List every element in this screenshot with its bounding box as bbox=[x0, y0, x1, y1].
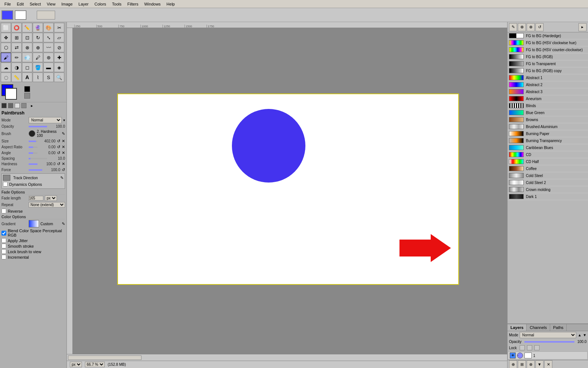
size-link-icon[interactable]: ✕ bbox=[62, 139, 65, 144]
force-reset[interactable]: ↺ bbox=[62, 167, 65, 172]
hardness-link[interactable]: ✕ bbox=[62, 162, 65, 166]
layer-anchor-btn[interactable]: ⊗ bbox=[527, 360, 535, 368]
tool-handle[interactable]: ⊘ bbox=[54, 43, 64, 52]
layer-merge-btn[interactable]: ▼ bbox=[535, 360, 544, 368]
force-slider[interactable] bbox=[29, 169, 42, 171]
fade-length-input[interactable] bbox=[29, 196, 43, 201]
tool-warp[interactable]: 〰 bbox=[43, 43, 54, 52]
gradient-list-item-12[interactable]: Browns bbox=[508, 116, 588, 123]
smooth-stroke-checkbox[interactable] bbox=[1, 244, 6, 248]
gradient-list-item-9[interactable]: Aneurism bbox=[508, 95, 588, 102]
lock-btn-1[interactable] bbox=[520, 345, 525, 350]
layer-delete-btn[interactable]: ✕ bbox=[544, 360, 552, 368]
menu-filters[interactable]: Filters bbox=[125, 1, 141, 7]
tool-rectangle-select[interactable]: ⬜ bbox=[1, 23, 11, 32]
tool-measure[interactable]: 📏 bbox=[11, 72, 22, 82]
layer-add-btn[interactable]: ⊕ bbox=[509, 360, 517, 368]
menu-help[interactable]: Help bbox=[164, 1, 178, 7]
tool-blend[interactable]: ◈ bbox=[54, 63, 64, 72]
apply-jitter-checkbox[interactable] bbox=[1, 238, 6, 243]
panel-btn-3[interactable]: ⊗ bbox=[527, 23, 535, 31]
menu-select[interactable]: Select bbox=[27, 1, 44, 7]
size-reset-icon[interactable]: ↺ bbox=[57, 139, 60, 144]
tool-select-by-color[interactable]: 🎨 bbox=[43, 23, 54, 32]
tool-script[interactable]: S bbox=[43, 72, 54, 82]
gradient-list-item-23[interactable]: Dark 1 bbox=[508, 193, 588, 200]
layer-visibility-icon[interactable]: 👁 bbox=[510, 353, 516, 358]
dynamics-options-checkbox[interactable] bbox=[3, 182, 8, 187]
gradient-list-item-13[interactable]: Brushed Aluminium bbox=[508, 123, 588, 130]
gradient-list-item-19[interactable]: Coffee bbox=[508, 165, 588, 172]
foreground-color-preview[interactable] bbox=[1, 10, 13, 20]
gradient-list-item-6[interactable]: Abstract 1 bbox=[508, 74, 588, 81]
gradient-list-item-16[interactable]: Caribbean Blues bbox=[508, 144, 588, 151]
background-color-preview[interactable] bbox=[15, 10, 26, 20]
layers-mode-up[interactable]: ▲ bbox=[578, 333, 581, 337]
gradient-list-item-21[interactable]: Cold Steel 2 bbox=[508, 179, 588, 186]
brush-edit-icon[interactable]: ✎ bbox=[62, 131, 65, 136]
tab-layers[interactable]: Layers bbox=[508, 324, 527, 331]
gray-swatch[interactable] bbox=[24, 93, 30, 99]
tool-unified[interactable]: ⊕ bbox=[33, 43, 43, 52]
menu-image[interactable]: Image bbox=[58, 1, 76, 7]
aspect-reset[interactable]: ↺ bbox=[57, 145, 60, 149]
hardness-reset[interactable]: ↺ bbox=[57, 162, 60, 166]
tab-paths[interactable]: Paths bbox=[550, 324, 567, 331]
layer-duplicate-btn[interactable]: ⊞ bbox=[518, 360, 526, 368]
tool-flip[interactable]: ⇄ bbox=[11, 43, 22, 52]
tool-fuzzy-select[interactable]: 🔮 bbox=[33, 23, 43, 32]
mode-select[interactable]: Normal bbox=[29, 117, 62, 123]
gradient-list-item-11[interactable]: Blue Green bbox=[508, 109, 588, 116]
lock-btn-2[interactable] bbox=[527, 345, 532, 350]
tool-bucket[interactable]: 🪣 bbox=[33, 63, 43, 72]
tool-move[interactable]: ✥ bbox=[1, 33, 11, 42]
tool-gradient[interactable]: ▬ bbox=[43, 63, 54, 72]
opacity-slider[interactable] bbox=[29, 126, 47, 127]
tool-clone[interactable]: ⊛ bbox=[43, 53, 54, 62]
layer-link-icon[interactable]: · bbox=[517, 353, 523, 358]
angle-reset[interactable]: ↺ bbox=[57, 151, 60, 155]
gradient-list-item-2[interactable]: FG to BG (HSV counter-clockwise) bbox=[508, 46, 588, 53]
menu-layer[interactable]: Layer bbox=[76, 1, 92, 7]
gradient-list-item-0[interactable]: FG to BG (Hardedge) bbox=[508, 32, 588, 39]
tool-text[interactable]: A bbox=[22, 72, 32, 82]
menu-edit[interactable]: Edit bbox=[14, 1, 27, 7]
tool-free-select[interactable]: ✏️ bbox=[22, 23, 32, 32]
layers-opacity-slider[interactable] bbox=[524, 341, 574, 343]
menu-tools[interactable]: Tools bbox=[109, 1, 125, 7]
tool-shear[interactable]: ▱ bbox=[54, 33, 64, 42]
scrollbar-thumb[interactable] bbox=[68, 355, 141, 360]
tab-channels[interactable]: Channels bbox=[527, 324, 550, 331]
gradient-list-item-18[interactable]: CD Half bbox=[508, 158, 588, 165]
background-color[interactable] bbox=[5, 88, 17, 100]
zoom-unit-select[interactable]: px bbox=[70, 362, 82, 367]
tool-eraser[interactable]: ◻ bbox=[22, 63, 32, 72]
mode-icon-4[interactable] bbox=[21, 103, 26, 108]
fade-unit-select[interactable]: px bbox=[45, 195, 57, 201]
repeat-select[interactable]: None (extend) bbox=[29, 202, 65, 208]
tool-perspective[interactable]: ⬡ bbox=[1, 43, 11, 52]
black-swatch[interactable] bbox=[24, 86, 30, 92]
angle-link[interactable]: ✕ bbox=[62, 151, 65, 155]
aspect-link[interactable]: ✕ bbox=[62, 145, 65, 149]
angle-slider[interactable] bbox=[29, 152, 37, 154]
brush-preview[interactable] bbox=[29, 130, 35, 137]
gradient-list-item-8[interactable]: Abstract 3 bbox=[508, 88, 588, 95]
size-slider[interactable] bbox=[29, 141, 37, 142]
lock-btn-3[interactable] bbox=[534, 345, 539, 350]
gradient-list-item-3[interactable]: FG to BG (RGB) bbox=[508, 53, 588, 60]
gradient-list-item-14[interactable]: Burning Paper bbox=[508, 130, 588, 137]
gradient-list-item-20[interactable]: Cold Steel bbox=[508, 172, 588, 179]
tool-path[interactable]: ⌇ bbox=[33, 72, 43, 82]
hardness-slider[interactable] bbox=[29, 163, 37, 165]
blend-checkbox[interactable] bbox=[1, 231, 6, 236]
mode-arrow[interactable]: ▾ bbox=[63, 118, 65, 122]
lock-brush-checkbox[interactable] bbox=[1, 249, 6, 254]
gradient-preview[interactable] bbox=[29, 220, 39, 227]
gradient-list-item-15[interactable]: Burning Transparency bbox=[508, 137, 588, 144]
menu-windows[interactable]: Windows bbox=[141, 1, 164, 7]
tool-ink[interactable]: 🖊 bbox=[33, 53, 43, 62]
mode-icon-2[interactable] bbox=[8, 103, 13, 108]
tool-rotate[interactable]: ↻ bbox=[33, 33, 43, 42]
tool-scale[interactable]: ⤡ bbox=[43, 33, 54, 42]
